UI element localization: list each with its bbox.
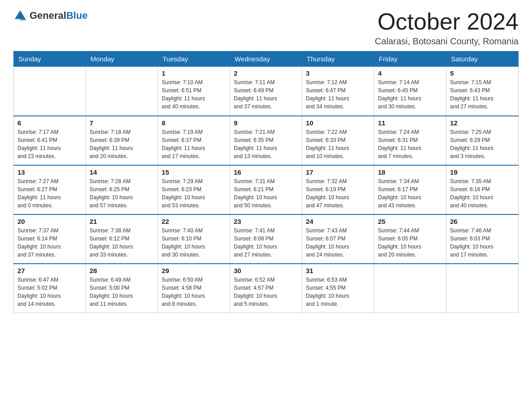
day-number: 11 xyxy=(378,119,442,127)
calendar-cell: 12Sunrise: 7:25 AMSunset: 6:29 PMDayligh… xyxy=(446,116,519,165)
location-title: Calarasi, Botosani County, Romania xyxy=(375,36,519,47)
day-number: 14 xyxy=(90,168,154,176)
day-number: 20 xyxy=(17,218,82,225)
day-number: 15 xyxy=(162,168,226,176)
calendar-cell xyxy=(446,264,519,313)
day-info: Sunrise: 7:27 AMSunset: 6:27 PMDaylight:… xyxy=(17,177,82,210)
calendar-cell: 19Sunrise: 7:35 AMSunset: 6:16 PMDayligh… xyxy=(446,165,519,214)
day-number: 21 xyxy=(90,218,154,225)
calendar-cell: 23Sunrise: 7:41 AMSunset: 6:08 PMDayligh… xyxy=(230,214,302,264)
logo-text-general: General xyxy=(30,10,66,21)
page-header: GeneralBlue October 2024 Calarasi, Botos… xyxy=(13,9,519,47)
calendar-cell xyxy=(86,67,158,116)
day-info: Sunrise: 7:31 AMSunset: 6:21 PMDaylight:… xyxy=(234,177,298,210)
day-info: Sunrise: 6:50 AMSunset: 4:58 PMDaylight:… xyxy=(162,276,226,308)
day-info: Sunrise: 7:41 AMSunset: 6:08 PMDaylight:… xyxy=(234,227,298,259)
day-info: Sunrise: 7:12 AMSunset: 6:47 PMDaylight:… xyxy=(306,78,370,111)
calendar-cell: 9Sunrise: 7:21 AMSunset: 6:35 PMDaylight… xyxy=(230,116,302,165)
day-number: 16 xyxy=(234,168,298,176)
day-number: 5 xyxy=(450,69,515,77)
day-number: 19 xyxy=(450,168,515,176)
calendar-cell: 29Sunrise: 6:50 AMSunset: 4:58 PMDayligh… xyxy=(158,264,230,313)
day-info: Sunrise: 7:10 AMSunset: 6:51 PMDaylight:… xyxy=(162,78,226,111)
calendar-week-row: 6Sunrise: 7:17 AMSunset: 6:41 PMDaylight… xyxy=(14,116,519,165)
day-info: Sunrise: 7:11 AMSunset: 6:49 PMDaylight:… xyxy=(234,78,298,111)
calendar-cell: 27Sunrise: 6:47 AMSunset: 5:02 PMDayligh… xyxy=(14,264,86,313)
calendar-cell: 16Sunrise: 7:31 AMSunset: 6:21 PMDayligh… xyxy=(230,165,302,214)
day-number: 2 xyxy=(234,69,298,77)
day-info: Sunrise: 7:15 AMSunset: 6:43 PMDaylight:… xyxy=(450,78,515,111)
day-number: 1 xyxy=(162,69,226,77)
calendar-cell: 17Sunrise: 7:32 AMSunset: 6:19 PMDayligh… xyxy=(302,165,374,214)
calendar-week-row: 20Sunrise: 7:37 AMSunset: 6:14 PMDayligh… xyxy=(14,214,519,264)
logo-text-blue: Blue xyxy=(66,10,88,21)
day-info: Sunrise: 7:44 AMSunset: 6:05 PMDaylight:… xyxy=(378,227,442,259)
day-info: Sunrise: 7:22 AMSunset: 6:33 PMDaylight:… xyxy=(306,128,370,160)
day-number: 4 xyxy=(378,69,442,77)
day-info: Sunrise: 7:18 AMSunset: 6:39 PMDaylight:… xyxy=(90,128,154,160)
day-info: Sunrise: 7:34 AMSunset: 6:17 PMDaylight:… xyxy=(378,177,442,210)
day-info: Sunrise: 7:21 AMSunset: 6:35 PMDaylight:… xyxy=(234,128,298,160)
calendar-cell: 31Sunrise: 6:53 AMSunset: 4:55 PMDayligh… xyxy=(302,264,374,313)
calendar-cell xyxy=(374,264,446,313)
day-number: 29 xyxy=(162,267,226,274)
calendar-cell: 13Sunrise: 7:27 AMSunset: 6:27 PMDayligh… xyxy=(14,165,86,214)
calendar-cell: 22Sunrise: 7:40 AMSunset: 6:10 PMDayligh… xyxy=(158,214,230,264)
day-number: 7 xyxy=(90,119,154,127)
day-number: 13 xyxy=(17,168,82,176)
day-number: 17 xyxy=(306,168,370,176)
day-number: 27 xyxy=(17,267,82,274)
calendar-cell: 6Sunrise: 7:17 AMSunset: 6:41 PMDaylight… xyxy=(14,116,86,165)
day-number: 8 xyxy=(162,119,226,127)
calendar-cell: 8Sunrise: 7:19 AMSunset: 6:37 PMDaylight… xyxy=(158,116,230,165)
day-info: Sunrise: 6:53 AMSunset: 4:55 PMDaylight:… xyxy=(306,276,370,308)
calendar-day-header: Wednesday xyxy=(230,51,302,67)
day-info: Sunrise: 7:32 AMSunset: 6:19 PMDaylight:… xyxy=(306,177,370,210)
calendar-cell: 20Sunrise: 7:37 AMSunset: 6:14 PMDayligh… xyxy=(14,214,86,264)
calendar-day-header: Tuesday xyxy=(158,51,230,67)
day-info: Sunrise: 6:52 AMSunset: 4:57 PMDaylight:… xyxy=(234,276,298,308)
calendar-cell: 10Sunrise: 7:22 AMSunset: 6:33 PMDayligh… xyxy=(302,116,374,165)
day-info: Sunrise: 7:35 AMSunset: 6:16 PMDaylight:… xyxy=(450,177,515,210)
day-number: 25 xyxy=(378,218,442,225)
day-info: Sunrise: 7:14 AMSunset: 6:45 PMDaylight:… xyxy=(378,78,442,111)
calendar-cell: 3Sunrise: 7:12 AMSunset: 6:47 PMDaylight… xyxy=(302,67,374,116)
day-info: Sunrise: 7:46 AMSunset: 6:03 PMDaylight:… xyxy=(450,227,515,259)
calendar-cell: 28Sunrise: 6:49 AMSunset: 5:00 PMDayligh… xyxy=(86,264,158,313)
calendar-cell: 30Sunrise: 6:52 AMSunset: 4:57 PMDayligh… xyxy=(230,264,302,313)
calendar-header-row: SundayMondayTuesdayWednesdayThursdayFrid… xyxy=(14,51,519,67)
day-number: 3 xyxy=(306,69,370,77)
calendar-week-row: 27Sunrise: 6:47 AMSunset: 5:02 PMDayligh… xyxy=(14,264,519,313)
logo-icon xyxy=(13,9,27,22)
day-info: Sunrise: 7:40 AMSunset: 6:10 PMDaylight:… xyxy=(162,227,226,259)
day-number: 31 xyxy=(306,267,370,274)
day-info: Sunrise: 7:24 AMSunset: 6:31 PMDaylight:… xyxy=(378,128,442,160)
calendar-cell xyxy=(14,67,86,116)
day-number: 22 xyxy=(162,218,226,225)
calendar-day-header: Friday xyxy=(374,51,446,67)
day-info: Sunrise: 7:17 AMSunset: 6:41 PMDaylight:… xyxy=(17,128,82,160)
calendar-cell: 18Sunrise: 7:34 AMSunset: 6:17 PMDayligh… xyxy=(374,165,446,214)
calendar-cell: 25Sunrise: 7:44 AMSunset: 6:05 PMDayligh… xyxy=(374,214,446,264)
day-number: 23 xyxy=(234,218,298,225)
day-info: Sunrise: 6:49 AMSunset: 5:00 PMDaylight:… xyxy=(90,276,154,308)
day-number: 9 xyxy=(234,119,298,127)
day-number: 24 xyxy=(306,218,370,225)
month-title: October 2024 xyxy=(375,9,519,34)
calendar-cell: 1Sunrise: 7:10 AMSunset: 6:51 PMDaylight… xyxy=(158,67,230,116)
calendar-cell: 4Sunrise: 7:14 AMSunset: 6:45 PMDaylight… xyxy=(374,67,446,116)
calendar-table: SundayMondayTuesdayWednesdayThursdayFrid… xyxy=(13,51,519,313)
calendar-day-header: Saturday xyxy=(446,51,519,67)
day-number: 26 xyxy=(450,218,515,225)
calendar-cell: 5Sunrise: 7:15 AMSunset: 6:43 PMDaylight… xyxy=(446,67,519,116)
day-info: Sunrise: 7:28 AMSunset: 6:25 PMDaylight:… xyxy=(90,177,154,210)
day-info: Sunrise: 6:47 AMSunset: 5:02 PMDaylight:… xyxy=(17,276,82,308)
day-number: 30 xyxy=(234,267,298,274)
day-number: 10 xyxy=(306,119,370,127)
day-number: 18 xyxy=(378,168,442,176)
title-area: October 2024 Calarasi, Botosani County, … xyxy=(375,9,519,47)
calendar-cell: 7Sunrise: 7:18 AMSunset: 6:39 PMDaylight… xyxy=(86,116,158,165)
calendar-cell: 14Sunrise: 7:28 AMSunset: 6:25 PMDayligh… xyxy=(86,165,158,214)
calendar-week-row: 1Sunrise: 7:10 AMSunset: 6:51 PMDaylight… xyxy=(14,67,519,116)
calendar-cell: 26Sunrise: 7:46 AMSunset: 6:03 PMDayligh… xyxy=(446,214,519,264)
